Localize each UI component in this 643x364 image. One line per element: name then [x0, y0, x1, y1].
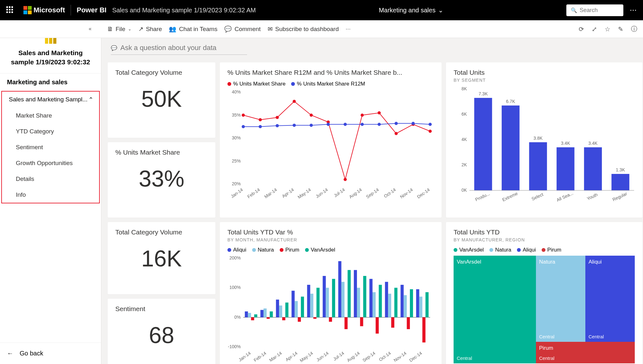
svg-text:Feb-14: Feb-14: [253, 350, 267, 363]
share-button[interactable]: ↗ Share: [138, 25, 162, 33]
svg-point-34: [242, 125, 245, 128]
tile-sentiment[interactable]: Sentiment 68: [108, 299, 215, 364]
svg-text:May-14: May-14: [299, 350, 314, 363]
svg-text:Mar-14: Mar-14: [268, 350, 283, 363]
svg-rect-82: [267, 317, 270, 319]
refresh-icon[interactable]: ⟳: [579, 25, 584, 33]
svg-point-43: [395, 122, 398, 125]
svg-text:6K: 6K: [462, 112, 467, 117]
sidebar-section-label[interactable]: Marketing and sales: [0, 73, 101, 91]
svg-text:Nov-14: Nov-14: [393, 350, 407, 363]
svg-rect-81: [264, 309, 267, 317]
tile-total-category-volume-50k[interactable]: Total Category Volume 50K: [108, 62, 215, 138]
app-launcher-icon[interactable]: [6, 6, 14, 14]
qna-input[interactable]: 💬: [111, 44, 247, 55]
treemap-cell-vanarsdel[interactable]: VanArsdel Central: [454, 256, 536, 363]
svg-rect-95: [307, 285, 310, 317]
svg-rect-107: [345, 317, 348, 329]
info-icon[interactable]: ⓘ: [631, 25, 637, 33]
share-icon: ↗: [138, 25, 143, 33]
treemap-cell-aliqui[interactable]: Aliqui Central: [585, 256, 635, 342]
svg-rect-113: [363, 276, 366, 317]
svg-text:0K: 0K: [462, 188, 467, 193]
svg-text:2K: 2K: [462, 162, 467, 167]
more-menu-icon[interactable]: ⋯: [630, 6, 637, 14]
svg-text:Sep-14: Sep-14: [365, 187, 380, 199]
svg-text:4K: 4K: [462, 137, 467, 142]
tile-ytd-var[interactable]: Total Units YTD Var % BY MONTH, MANUFACT…: [220, 222, 442, 364]
svg-rect-76: [248, 313, 251, 317]
svg-rect-93: [301, 297, 304, 317]
treemap-cell-pirum[interactable]: Pirum Central: [536, 342, 635, 363]
comment-button[interactable]: 💬 Comment: [224, 25, 260, 33]
tile-value: 16K: [115, 246, 208, 271]
svg-text:3.4K: 3.4K: [589, 141, 598, 146]
page-sentiment[interactable]: Sentiment: [2, 139, 99, 155]
svg-text:Jun-14: Jun-14: [315, 350, 329, 362]
svg-text:Regular: Regular: [612, 191, 628, 202]
dashboard-switcher[interactable]: Marketing and sales ⌄: [379, 6, 443, 14]
svg-rect-63: [584, 147, 602, 190]
tile-title: Sentiment: [115, 305, 208, 313]
svg-rect-66: [612, 174, 629, 190]
svg-rect-120: [385, 282, 388, 317]
go-back-button[interactable]: ← Go back: [0, 342, 101, 364]
chat-teams-button[interactable]: 👥 Chat in Teams: [169, 25, 217, 33]
svg-rect-85: [276, 300, 279, 317]
svg-rect-57: [529, 142, 547, 190]
svg-text:30%: 30%: [232, 135, 241, 140]
comment-icon: 💬: [224, 25, 232, 33]
treemap-cell-natura[interactable]: Natura Central: [536, 256, 585, 342]
svg-text:8K: 8K: [462, 86, 467, 91]
svg-point-25: [293, 100, 296, 103]
tile-total-category-volume-16k[interactable]: Total Category Volume 16K: [108, 222, 215, 294]
search-field[interactable]: [580, 7, 619, 14]
page-growth[interactable]: Growth Opportunities: [2, 155, 99, 171]
svg-point-40: [344, 123, 347, 126]
tile-value: 33%: [115, 166, 208, 192]
report-expand[interactable]: Sales and Marketing Sampl... ⌃: [2, 92, 99, 108]
favorite-icon[interactable]: ☆: [605, 25, 610, 33]
app-name: Power BI: [77, 6, 106, 14]
collapse-sidebar-icon[interactable]: «: [89, 26, 92, 32]
bar-chart-svg: 0K2K4K6K8K7.3KProdu...6.7KExtreme3.8KSel…: [454, 83, 637, 209]
svg-text:Extreme: Extreme: [501, 191, 519, 202]
svg-text:-100%: -100%: [228, 344, 241, 349]
toolbar-more-icon[interactable]: ⋯: [346, 26, 351, 32]
svg-text:Aug-14: Aug-14: [346, 350, 360, 363]
svg-rect-108: [347, 270, 351, 317]
grouped-bar-svg: -100%0%100%200%Jan-14Feb-14Mar-14Apr-14M…: [227, 255, 433, 363]
svg-rect-132: [422, 317, 425, 342]
microsoft-logo: Microsoft: [23, 6, 65, 14]
search-input[interactable]: 🔍: [566, 4, 623, 16]
mail-icon: ✉: [268, 25, 273, 33]
svg-rect-54: [502, 105, 519, 190]
svg-rect-116: [372, 292, 376, 317]
page-ytd-category[interactable]: YTD Category: [2, 124, 99, 139]
tile-total-units-segment[interactable]: Total Units BY SEGMENT 0K2K4K6K8K7.3KPro…: [446, 62, 642, 218]
svg-rect-101: [326, 288, 329, 317]
tile-units-market-share[interactable]: % Units Market Share 33%: [108, 142, 215, 218]
svg-rect-91: [295, 301, 298, 317]
page-market-share[interactable]: Market Share: [2, 108, 99, 124]
edit-icon[interactable]: ✎: [618, 25, 623, 33]
svg-point-30: [378, 111, 381, 114]
svg-rect-110: [354, 270, 357, 317]
page-info[interactable]: Info: [2, 187, 99, 203]
tile-market-share-line[interactable]: % Units Market Share R12M and % Units Ma…: [220, 62, 442, 218]
fullscreen-icon[interactable]: ⤢: [592, 25, 597, 33]
svg-point-35: [259, 125, 262, 128]
qna-field[interactable]: [120, 44, 247, 52]
page-details[interactable]: Details: [2, 171, 99, 187]
tile-subtitle: BY MANUFACTURER, REGION: [454, 237, 635, 242]
tile-treemap[interactable]: Total Units YTD BY MANUFACTURER, REGION …: [446, 222, 642, 364]
subscribe-button[interactable]: ✉ Subscribe to dashboard: [268, 25, 339, 33]
svg-text:Apr-14: Apr-14: [281, 187, 295, 199]
file-menu[interactable]: 🗎 File ⌄: [107, 26, 131, 33]
tile-title: Total Category Volume: [115, 228, 208, 236]
svg-rect-106: [341, 282, 345, 317]
tile-subtitle: BY SEGMENT: [454, 78, 635, 83]
svg-rect-98: [316, 288, 320, 317]
svg-rect-90: [291, 291, 295, 317]
svg-rect-133: [425, 292, 429, 317]
